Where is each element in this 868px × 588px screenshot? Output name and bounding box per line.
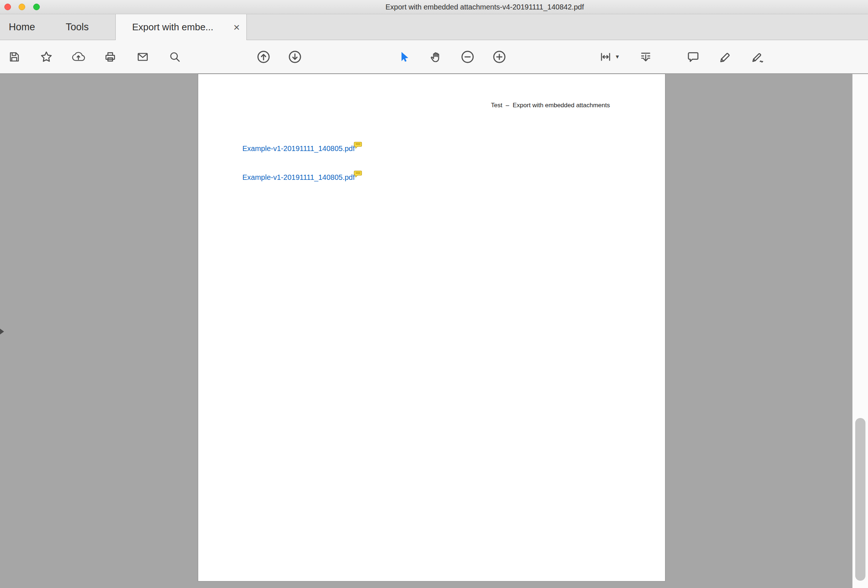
zoom-out-button[interactable]	[458, 48, 477, 66]
magnifier-icon	[168, 50, 182, 64]
save-icon	[8, 50, 21, 63]
select-tool-button[interactable]	[395, 48, 413, 66]
comment-icon	[686, 50, 700, 64]
expand-pane-icon	[0, 329, 4, 335]
scrolling-mode-icon	[639, 50, 652, 64]
email-icon	[136, 50, 150, 64]
previous-page-button[interactable]	[254, 48, 273, 66]
minus-circle-icon	[460, 49, 475, 65]
star-button[interactable]	[37, 48, 56, 66]
vertical-scrollbar[interactable]	[852, 74, 868, 588]
tab-bar: Home Tools Export with embe... ×	[0, 14, 868, 40]
arrow-up-circle-icon	[256, 49, 271, 65]
page-fit-button[interactable]: ▾	[599, 50, 619, 64]
attachment-link[interactable]: Example-v1-20191111_140805.pdf	[242, 173, 355, 181]
hand-tool-button[interactable]	[427, 48, 445, 66]
window-title: Export with embedded attachments-v4-2019…	[385, 3, 584, 11]
pdf-page: Test – Export with embedded attachments …	[198, 74, 665, 581]
scrolling-mode-button[interactable]	[636, 48, 655, 66]
fit-width-icon	[599, 50, 613, 64]
tab-document[interactable]: Export with embe... ×	[115, 14, 247, 40]
highlighter-icon	[718, 50, 733, 64]
email-button[interactable]	[134, 48, 152, 66]
acrobat-reader-window: Export with embedded attachments-v4-2019…	[0, 0, 868, 588]
share-button[interactable]	[69, 48, 88, 66]
print-icon	[103, 50, 117, 64]
titlebar: Export with embedded attachments-v4-2019…	[0, 0, 868, 14]
marquee-zoom-button[interactable]	[166, 48, 184, 66]
document-tab-label: Export with embe...	[132, 22, 233, 33]
hand-icon	[429, 50, 443, 64]
attachment-link[interactable]: Example-v1-20191111_140805.pdf	[242, 144, 355, 152]
close-window-button[interactable]	[4, 4, 11, 10]
sticky-note-icon[interactable]	[354, 141, 362, 151]
comment-button[interactable]	[684, 48, 702, 66]
print-button[interactable]	[101, 48, 120, 66]
fill-sign-button[interactable]	[748, 48, 766, 66]
toolbar: / 3 70.4% ▾	[0, 40, 868, 74]
chevron-down-icon: ▾	[616, 53, 619, 60]
select-arrow-icon	[397, 50, 411, 64]
scrollbar-thumb[interactable]	[855, 418, 865, 581]
minimize-window-button[interactable]	[19, 4, 25, 10]
attachment-link-row: Example-v1-20191111_140805.pdf	[242, 173, 362, 183]
zoom-window-button[interactable]	[33, 4, 40, 10]
fill-sign-icon	[750, 50, 765, 64]
next-page-button[interactable]	[286, 48, 304, 66]
arrow-down-circle-icon	[287, 49, 303, 65]
sticky-note-icon[interactable]	[354, 170, 362, 180]
zoom-in-button[interactable]	[490, 48, 508, 66]
save-button[interactable]	[5, 48, 24, 66]
plus-circle-icon	[492, 49, 507, 65]
document-viewport: Test – Export with embedded attachments …	[0, 74, 868, 588]
highlight-button[interactable]	[716, 48, 735, 66]
page-header-text: Test – Export with embedded attachments	[491, 102, 610, 109]
cloud-upload-icon	[72, 50, 86, 64]
star-icon	[40, 50, 53, 64]
attachment-link-row: Example-v1-20191111_140805.pdf	[242, 144, 362, 154]
navigation-pane-toggle[interactable]	[0, 326, 7, 337]
close-tab-icon[interactable]: ×	[233, 22, 240, 33]
tab-tools[interactable]: Tools	[62, 14, 92, 40]
tab-home[interactable]: Home	[5, 14, 39, 40]
